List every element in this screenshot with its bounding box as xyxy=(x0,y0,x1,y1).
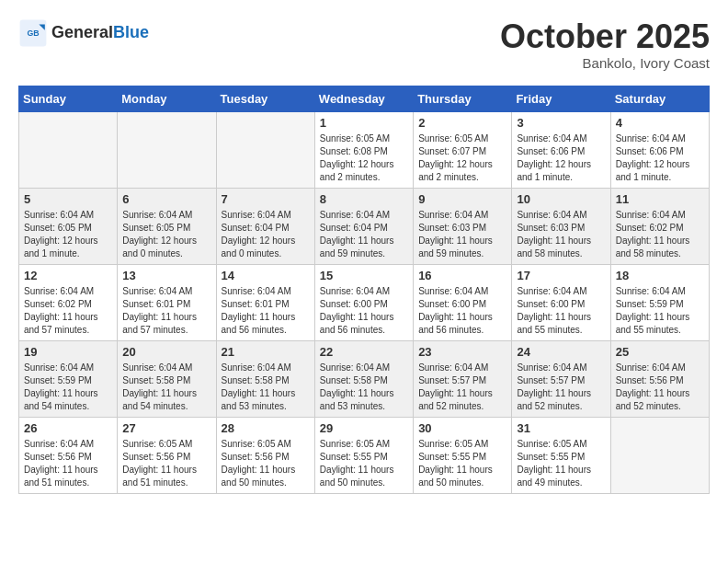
weekday-header-tuesday: Tuesday xyxy=(216,86,314,111)
title-block: October 2025 Bankolo, Ivory Coast xyxy=(500,18,710,71)
weekday-header-thursday: Thursday xyxy=(414,86,512,111)
calendar-cell: 29Sunrise: 6:05 AMSunset: 5:55 PMDayligh… xyxy=(314,417,413,493)
calendar-cell xyxy=(118,111,216,188)
calendar-cell: 27Sunrise: 6:05 AMSunset: 5:56 PMDayligh… xyxy=(118,417,216,493)
day-number: 15 xyxy=(320,269,408,282)
month-title: October 2025 xyxy=(500,18,710,55)
day-number: 14 xyxy=(222,269,310,282)
weekday-header-monday: Monday xyxy=(118,86,216,111)
day-number: 23 xyxy=(418,345,506,359)
day-info: Sunrise: 6:05 AMSunset: 5:56 PMDaylight:… xyxy=(222,438,310,489)
weekday-header-sunday: Sunday xyxy=(19,86,118,111)
day-number: 18 xyxy=(616,269,704,282)
day-info: Sunrise: 6:04 AMSunset: 5:59 PMDaylight:… xyxy=(616,285,704,337)
logo-text: GeneralBlue xyxy=(51,24,149,42)
calendar-week-5: 26Sunrise: 6:04 AMSunset: 5:56 PMDayligh… xyxy=(19,417,710,493)
weekday-header-friday: Friday xyxy=(512,86,610,111)
day-number: 8 xyxy=(320,192,408,206)
calendar-cell: 10Sunrise: 6:04 AMSunset: 6:03 PMDayligh… xyxy=(512,188,610,264)
calendar-cell: 5Sunrise: 6:04 AMSunset: 6:05 PMDaylight… xyxy=(19,188,118,264)
calendar-cell: 31Sunrise: 6:05 AMSunset: 5:55 PMDayligh… xyxy=(512,417,610,493)
day-info: Sunrise: 6:04 AMSunset: 6:01 PMDaylight:… xyxy=(122,285,210,337)
calendar-cell: 15Sunrise: 6:04 AMSunset: 6:00 PMDayligh… xyxy=(314,264,413,340)
day-number: 28 xyxy=(222,421,310,435)
day-info: Sunrise: 6:04 AMSunset: 6:04 PMDaylight:… xyxy=(222,209,310,260)
day-info: Sunrise: 6:05 AMSunset: 5:55 PMDaylight:… xyxy=(320,438,408,489)
day-number: 5 xyxy=(24,192,112,206)
day-info: Sunrise: 6:04 AMSunset: 5:56 PMDaylight:… xyxy=(24,438,112,489)
page-header: GB GeneralBlue October 2025 Bankolo, Ivo… xyxy=(18,18,710,71)
day-number: 21 xyxy=(222,345,310,359)
calendar-cell: 4Sunrise: 6:04 AMSunset: 6:06 PMDaylight… xyxy=(610,111,709,188)
day-number: 3 xyxy=(517,116,605,130)
day-info: Sunrise: 6:04 AMSunset: 5:58 PMDaylight:… xyxy=(122,362,210,413)
day-info: Sunrise: 6:04 AMSunset: 6:00 PMDaylight:… xyxy=(418,285,506,337)
location: Bankolo, Ivory Coast xyxy=(500,55,710,71)
day-number: 13 xyxy=(122,269,210,282)
calendar-table: SundayMondayTuesdayWednesdayThursdayFrid… xyxy=(18,86,710,494)
calendar-week-1: 1Sunrise: 6:05 AMSunset: 6:08 PMDaylight… xyxy=(19,111,710,188)
day-number: 9 xyxy=(418,192,506,206)
calendar-cell: 28Sunrise: 6:05 AMSunset: 5:56 PMDayligh… xyxy=(216,417,314,493)
day-info: Sunrise: 6:04 AMSunset: 5:56 PMDaylight:… xyxy=(616,362,704,413)
day-info: Sunrise: 6:05 AMSunset: 6:07 PMDaylight:… xyxy=(418,132,506,184)
weekday-header-row: SundayMondayTuesdayWednesdayThursdayFrid… xyxy=(19,86,710,111)
calendar-cell: 19Sunrise: 6:04 AMSunset: 5:59 PMDayligh… xyxy=(19,340,118,417)
day-info: Sunrise: 6:04 AMSunset: 6:00 PMDaylight:… xyxy=(517,285,605,337)
day-number: 29 xyxy=(320,421,408,435)
calendar-cell: 21Sunrise: 6:04 AMSunset: 5:58 PMDayligh… xyxy=(216,340,314,417)
day-number: 25 xyxy=(616,345,704,359)
calendar-cell: 9Sunrise: 6:04 AMSunset: 6:03 PMDaylight… xyxy=(414,188,512,264)
day-info: Sunrise: 6:04 AMSunset: 6:05 PMDaylight:… xyxy=(122,209,210,260)
day-info: Sunrise: 6:04 AMSunset: 5:58 PMDaylight:… xyxy=(320,362,408,413)
day-info: Sunrise: 6:04 AMSunset: 6:06 PMDaylight:… xyxy=(517,132,605,184)
day-number: 20 xyxy=(122,345,210,359)
calendar-cell: 7Sunrise: 6:04 AMSunset: 6:04 PMDaylight… xyxy=(216,188,314,264)
calendar-cell: 13Sunrise: 6:04 AMSunset: 6:01 PMDayligh… xyxy=(118,264,216,340)
day-info: Sunrise: 6:04 AMSunset: 6:02 PMDaylight:… xyxy=(24,285,112,337)
day-info: Sunrise: 6:04 AMSunset: 6:02 PMDaylight:… xyxy=(616,209,704,260)
calendar-cell: 26Sunrise: 6:04 AMSunset: 5:56 PMDayligh… xyxy=(19,417,118,493)
day-info: Sunrise: 6:05 AMSunset: 5:55 PMDaylight:… xyxy=(517,438,605,489)
calendar-cell: 23Sunrise: 6:04 AMSunset: 5:57 PMDayligh… xyxy=(414,340,512,417)
day-info: Sunrise: 6:04 AMSunset: 5:58 PMDaylight:… xyxy=(222,362,310,413)
calendar-cell: 11Sunrise: 6:04 AMSunset: 6:02 PMDayligh… xyxy=(610,188,709,264)
day-info: Sunrise: 6:04 AMSunset: 6:04 PMDaylight:… xyxy=(320,209,408,260)
day-number: 4 xyxy=(616,116,704,130)
day-info: Sunrise: 6:04 AMSunset: 6:03 PMDaylight:… xyxy=(418,209,506,260)
day-number: 26 xyxy=(24,421,112,435)
calendar-cell: 6Sunrise: 6:04 AMSunset: 6:05 PMDaylight… xyxy=(118,188,216,264)
calendar-cell xyxy=(610,417,709,493)
calendar-cell: 22Sunrise: 6:04 AMSunset: 5:58 PMDayligh… xyxy=(314,340,413,417)
svg-text:GB: GB xyxy=(27,29,39,38)
day-number: 17 xyxy=(517,269,605,282)
day-number: 12 xyxy=(24,269,112,282)
calendar-cell: 12Sunrise: 6:04 AMSunset: 6:02 PMDayligh… xyxy=(19,264,118,340)
day-number: 2 xyxy=(418,116,506,130)
day-info: Sunrise: 6:04 AMSunset: 5:59 PMDaylight:… xyxy=(24,362,112,413)
day-info: Sunrise: 6:05 AMSunset: 6:08 PMDaylight:… xyxy=(320,132,408,184)
day-number: 19 xyxy=(24,345,112,359)
calendar-cell: 18Sunrise: 6:04 AMSunset: 5:59 PMDayligh… xyxy=(610,264,709,340)
calendar-cell: 1Sunrise: 6:05 AMSunset: 6:08 PMDaylight… xyxy=(314,111,413,188)
day-info: Sunrise: 6:04 AMSunset: 6:01 PMDaylight:… xyxy=(222,285,310,337)
calendar-cell: 30Sunrise: 6:05 AMSunset: 5:55 PMDayligh… xyxy=(414,417,512,493)
day-info: Sunrise: 6:05 AMSunset: 5:55 PMDaylight:… xyxy=(418,438,506,489)
day-number: 24 xyxy=(517,345,605,359)
day-info: Sunrise: 6:04 AMSunset: 5:57 PMDaylight:… xyxy=(418,362,506,413)
day-number: 22 xyxy=(320,345,408,359)
weekday-header-wednesday: Wednesday xyxy=(314,86,413,111)
calendar-cell: 2Sunrise: 6:05 AMSunset: 6:07 PMDaylight… xyxy=(414,111,512,188)
day-number: 11 xyxy=(616,192,704,206)
calendar-cell: 24Sunrise: 6:04 AMSunset: 5:57 PMDayligh… xyxy=(512,340,610,417)
day-number: 27 xyxy=(122,421,210,435)
day-number: 1 xyxy=(320,116,408,130)
day-info: Sunrise: 6:04 AMSunset: 6:00 PMDaylight:… xyxy=(320,285,408,337)
day-info: Sunrise: 6:04 AMSunset: 6:06 PMDaylight:… xyxy=(616,132,704,184)
day-info: Sunrise: 6:04 AMSunset: 6:03 PMDaylight:… xyxy=(517,209,605,260)
calendar-cell: 20Sunrise: 6:04 AMSunset: 5:58 PMDayligh… xyxy=(118,340,216,417)
day-number: 30 xyxy=(418,421,506,435)
calendar-week-3: 12Sunrise: 6:04 AMSunset: 6:02 PMDayligh… xyxy=(19,264,710,340)
weekday-header-saturday: Saturday xyxy=(610,86,709,111)
day-number: 16 xyxy=(418,269,506,282)
